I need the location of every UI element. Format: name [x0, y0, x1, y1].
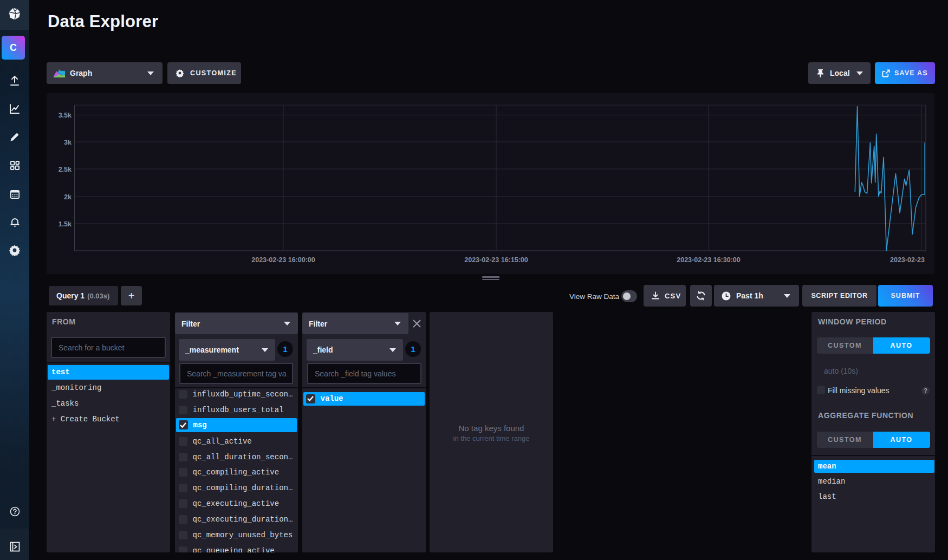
svg-text:3.5k: 3.5k [59, 112, 72, 119]
svg-text:2023-02-23 16:00:00: 2023-02-23 16:00:00 [251, 256, 315, 264]
svg-text:2023-02-23: 2023-02-23 [890, 256, 925, 264]
svg-text:2k: 2k [64, 193, 72, 201]
svg-text:2023-02-23 16:30:00: 2023-02-23 16:30:00 [677, 256, 740, 264]
svg-text:2023-02-23 16:15:00: 2023-02-23 16:15:00 [464, 256, 528, 264]
svg-text:2.5k: 2.5k [59, 166, 72, 173]
svg-text:1.5k: 1.5k [59, 220, 72, 228]
svg-text:3k: 3k [64, 139, 72, 146]
